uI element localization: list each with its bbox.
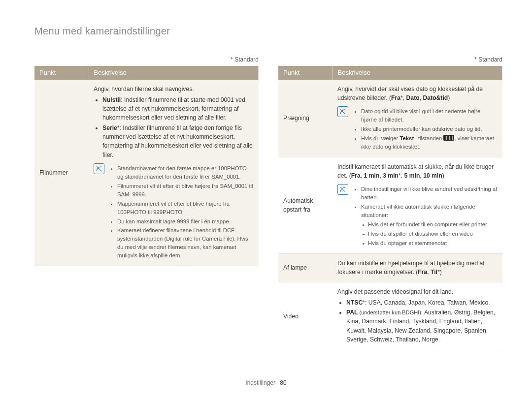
dash-item: Hvis du afspiller et diasshow eller en v… [369, 230, 498, 238]
columns: * Standard Punkt Beskrivelse Filnummer A… [34, 55, 502, 351]
col-header-item: Punkt [278, 66, 332, 80]
row-desc: Angiv, hvorvidt der skal vises dato og k… [332, 80, 502, 157]
tip-item: Standardnavnet for den første mappe er 1… [117, 164, 254, 181]
col-header-desc: Beskrivelse [332, 66, 502, 80]
tip-item: Filnummeret vil ét efter ét blive højere… [117, 182, 254, 199]
mode-icon [443, 135, 454, 141]
list-item: NTSC*: USA, Canada, Japan, Korea, Taiwan… [346, 298, 498, 307]
info-icon [337, 106, 348, 152]
desc-intro: Angiv, hvorvidt der skal vises dato og k… [337, 85, 498, 103]
info-icon [94, 163, 104, 261]
table-row: Prægning Angiv, hvorvidt der skal vises … [278, 80, 502, 157]
row-label: Video [278, 282, 332, 351]
list-item: Nulstil: Indstiller filnumrene til at st… [102, 95, 254, 123]
col-header-item: Punkt [34, 66, 89, 80]
tip-item: Du kan maksimalt lagre 9999 filer i én m… [117, 217, 254, 226]
tip-block: Dine indstillinger vil ikke blive ændret… [337, 184, 498, 248]
table-row: Video Angiv det passende videosignal for… [278, 282, 502, 351]
tip-item: Ikke alle printermodeller kan udskrive d… [361, 125, 498, 133]
tip-item: Dine indstillinger vil ikke blive ændret… [361, 185, 498, 202]
table-row: Filnummer Angiv, hvordan filerne skal na… [34, 80, 259, 266]
footer-section: Indstillinger [245, 379, 275, 386]
tip-list: Standardnavnet for den første mappe er 1… [109, 163, 254, 261]
row-desc: Angiv, hvordan filerne skal navngives. N… [89, 80, 259, 266]
option-name: Nulstil [102, 96, 121, 103]
tip-item: Dato og tid vil blive vist i gult i det … [361, 107, 498, 124]
tip-item: Kameraet vil ikke automatisk slukke i fø… [361, 203, 498, 247]
row-label: Af lampe [278, 253, 332, 282]
option-list: Nulstil: Indstiller filnumrene til at st… [94, 95, 254, 159]
info-icon [337, 184, 348, 248]
left-column: * Standard Punkt Beskrivelse Filnummer A… [34, 55, 259, 351]
settings-table-right: Punkt Beskrivelse Prægning Angiv, hvorvi… [278, 66, 502, 351]
desc-intro: Angiv, hvordan filerne skal navngives. [94, 85, 254, 93]
dash-item: Hvis du optager et stemmenotat [369, 239, 498, 247]
default-note: * Standard [278, 55, 502, 64]
page-number: 80 [280, 379, 286, 386]
row-label: Automatisk opstart fra [278, 157, 332, 253]
page-footer: Indstillinger 80 [0, 378, 532, 387]
page-title: Menu med kameraindstillinger [34, 24, 502, 38]
dash-item: Hvis det er forbundet til en computer el… [369, 220, 498, 229]
tip-block: Standardnavnet for den første mappe er 1… [94, 163, 254, 261]
row-label: Filnummer [34, 80, 89, 266]
option-name: Serie [102, 124, 117, 131]
col-header-desc: Beskrivelse [89, 66, 259, 80]
row-desc: Indstil kameraet til automatisk at slukk… [332, 157, 502, 253]
tip-list: Dine indstillinger vil ikke blive ændret… [353, 184, 498, 248]
list-item: PAL (understøtter kun BDGHI): Australien… [346, 308, 498, 344]
table-row: Af lampe Du kan indstille en hjælpelampe… [278, 253, 502, 282]
tip-item: Kameraet definerer filnavnene i henhold … [117, 226, 254, 260]
right-column: * Standard Punkt Beskrivelse Prægning An… [278, 55, 502, 351]
desc-intro: Indstil kameraet til automatisk at slukk… [337, 162, 498, 181]
list-item: Serie*: Indstiller filnumrene til at føl… [102, 123, 254, 159]
row-desc: Angiv det passende videosignal for dit l… [332, 282, 502, 351]
tip-item: Hvis du vælger Tekst i tilstanden , vise… [361, 134, 498, 151]
table-row: Automatisk opstart fra Indstil kameraet … [278, 157, 502, 253]
tip-list: Dato og tid vil blive vist i gult i det … [353, 106, 498, 152]
desc-intro: Angiv det passende videosignal for dit l… [337, 287, 498, 296]
row-desc: Du kan indstille en hjælpelampe til at h… [332, 253, 502, 282]
option-list: NTSC*: USA, Canada, Japan, Korea, Taiwan… [337, 298, 498, 344]
tip-item: Mappenummeret vil ét efter ét blive høje… [117, 200, 254, 216]
settings-table-left: Punkt Beskrivelse Filnummer Angiv, hvord… [34, 66, 259, 266]
default-note: * Standard [34, 55, 259, 64]
dash-list: Hvis det er forbundet til en computer el… [361, 220, 498, 247]
row-label: Prægning [278, 80, 332, 157]
tip-block: Dato og tid vil blive vist i gult i det … [337, 106, 498, 152]
page: Menu med kameraindstillinger * Standard … [0, 0, 532, 401]
